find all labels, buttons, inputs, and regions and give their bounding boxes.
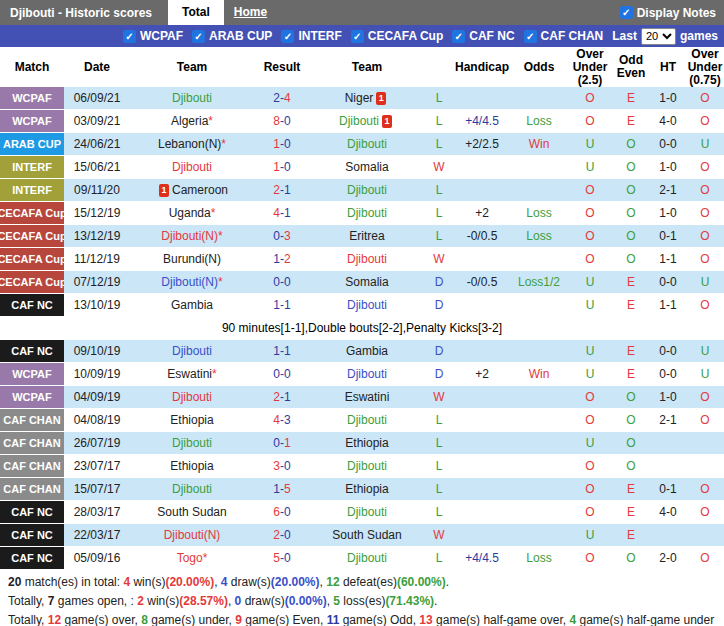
team-name: Somalia — [345, 275, 388, 289]
home-team-cell: Ethiopia — [130, 455, 254, 477]
over-under-25-cell-value: O — [585, 459, 594, 473]
odds-cell-value: Loss — [526, 229, 551, 243]
caf-chan-checkbox[interactable]: ✓ — [524, 30, 537, 43]
summary-segment: , — [228, 594, 235, 608]
win-loss-cell-value: L — [436, 137, 443, 151]
result-cell: 0-0 — [254, 363, 310, 385]
arab-cup-checkbox[interactable]: ✓ — [192, 30, 205, 43]
team-name: Lebanon(N) — [158, 137, 221, 151]
home-score: 2 — [273, 528, 280, 542]
over-under-25-cell-value: U — [586, 137, 595, 151]
tab-total[interactable]: Total — [168, 0, 224, 25]
display-notes-checkbox[interactable]: ✓ — [620, 6, 633, 19]
handicap-cell — [454, 501, 510, 523]
league-cell: CECAFA Cup — [0, 225, 64, 247]
interf-checkbox[interactable]: ✓ — [281, 30, 294, 43]
wcpaf-checkbox[interactable]: ✓ — [123, 30, 136, 43]
over-under-25-cell-value: O — [585, 206, 594, 220]
summary-segment: game(s) over, — [61, 613, 141, 626]
over-under-075-cell-value: O — [700, 482, 709, 496]
odd-even-cell: E — [612, 87, 650, 109]
over-under-075-cell — [686, 455, 724, 477]
away-score: 1 — [284, 390, 291, 404]
away-team-cell: Djibouti — [310, 179, 424, 201]
home-team-cell: Djibouti — [130, 432, 254, 454]
handicap-cell — [454, 478, 510, 500]
over-under-25-cell-value: O — [585, 390, 594, 404]
over-under-25-cell: O — [568, 202, 612, 224]
team-name: Djibouti(N) — [161, 275, 218, 289]
handicap-cell: -0/0.5 — [454, 225, 510, 247]
odds-cell — [510, 156, 568, 178]
away-score: 1 — [284, 298, 291, 312]
win-loss-cell-value: W — [433, 252, 444, 266]
last-games-select[interactable]: 20 — [641, 28, 676, 45]
result-cell: 2-0 — [254, 524, 310, 546]
summary-segment: 4 — [221, 575, 228, 589]
over-under-25-cell: O — [568, 110, 612, 132]
table-row: INTERF15/06/21Djibouti1-0SomaliaWUO1-0O — [0, 156, 724, 179]
away-score: 1 — [284, 436, 291, 450]
home-team-cell: Algeria* — [130, 110, 254, 132]
win-loss-cell-value: W — [433, 390, 444, 404]
win-loss-cell-value: L — [436, 206, 443, 220]
table-row: WCPAF03/09/21Algeria*8-0Djibouti1L+4/4.5… — [0, 110, 724, 133]
tab-home[interactable]: Home — [224, 0, 277, 25]
red-card-icon: 1 — [382, 115, 392, 128]
date-cell: 04/08/19 — [64, 409, 130, 431]
home-team-cell: Djibouti(N) — [130, 524, 254, 546]
result-cell: 8-0 — [254, 110, 310, 132]
summary-segment: win(s) — [130, 575, 165, 589]
summary-segment: (28.57%) — [179, 594, 228, 608]
cecafa-cup-checkbox[interactable]: ✓ — [351, 30, 364, 43]
table-row: CAF CHAN04/08/19Ethiopia4-3DjiboutiLOO2-… — [0, 409, 724, 432]
result-cell: 1-0 — [254, 156, 310, 178]
ht-cell — [650, 432, 686, 454]
win-loss-cell-value: L — [436, 436, 443, 450]
away-team-cell: Djibouti — [310, 547, 424, 569]
caf-nc-checkbox[interactable]: ✓ — [452, 30, 465, 43]
wcpaf-label: WCPAF — [140, 29, 183, 43]
away-score: 0 — [284, 551, 291, 565]
win-loss-cell: L — [424, 225, 454, 247]
over-under-075-cell — [686, 432, 724, 454]
home-score: 1 — [273, 160, 280, 174]
over-under-075-cell: U — [686, 133, 724, 155]
win-loss-cell: W — [424, 156, 454, 178]
league-badge: CAF NC — [0, 547, 64, 569]
summary-segment: defeat(es) — [340, 575, 397, 589]
date-cell: 15/07/17 — [64, 478, 130, 500]
over-under-25-cell-value: O — [585, 551, 594, 565]
team-name: Burundi(N) — [163, 252, 221, 266]
summary-line: Totally, 7 games open, : 2 win(s)(28.57%… — [8, 592, 716, 611]
handicap-cell: +2/2.5 — [454, 133, 510, 155]
league-badge: WCPAF — [0, 363, 64, 385]
odds-cell — [510, 340, 568, 362]
date-cell: 15/12/19 — [64, 202, 130, 224]
ht-cell: 0-0 — [650, 271, 686, 293]
away-score: 1 — [284, 206, 291, 220]
over-under-25-cell: O — [568, 248, 612, 270]
result-cell: 1-5 — [254, 478, 310, 500]
table-row: CAF CHAN26/07/19Djibouti0-1EthiopiaLUO — [0, 432, 724, 455]
over-under-25-cell: U — [568, 340, 612, 362]
league-badge: CAF CHAN — [0, 409, 64, 431]
over-under-25-cell-value: U — [586, 367, 595, 381]
date-cell: 28/03/17 — [64, 501, 130, 523]
over-under-075-cell: O — [686, 110, 724, 132]
away-score: 0 — [284, 505, 291, 519]
over-under-075-cell-value: O — [700, 229, 709, 243]
over-under-25-cell-value: O — [585, 229, 594, 243]
home-team-cell: Togo* — [130, 547, 254, 569]
odds-cell — [510, 524, 568, 546]
over-under-075-cell-value: O — [700, 390, 709, 404]
odd-even-cell-value: E — [627, 275, 635, 289]
summary-segment: match(es) in total: — [21, 575, 123, 589]
league-cell: WCPAF — [0, 87, 64, 109]
away-score: 0 — [284, 459, 291, 473]
odd-even-cell: O — [612, 156, 650, 178]
summary-segment: 9 — [235, 613, 242, 626]
ht-cell: 0-1 — [650, 225, 686, 247]
handicap-cell: +4/4.5 — [454, 110, 510, 132]
odd-even-cell-value: E — [627, 298, 635, 312]
